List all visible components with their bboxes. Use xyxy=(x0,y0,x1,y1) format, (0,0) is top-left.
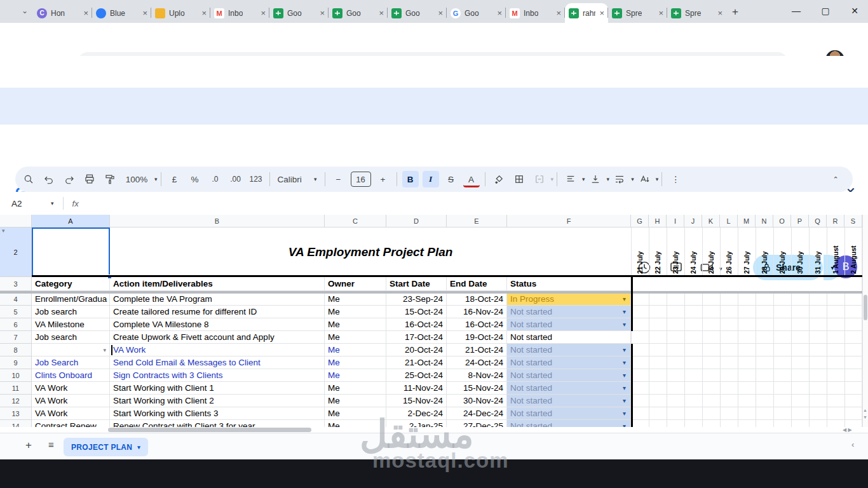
column-header-I[interactable]: I xyxy=(667,215,684,227)
column-header-R[interactable]: R xyxy=(827,215,844,227)
cell-end-date[interactable]: 8-Nov-24 xyxy=(447,369,507,382)
cell-end-date[interactable]: 18-Oct-24 xyxy=(447,293,507,306)
horizontal-scrollbar-thumb[interactable] xyxy=(108,428,311,432)
column-header-J[interactable]: J xyxy=(684,215,702,227)
text-wrap-caret-icon[interactable]: ▾ xyxy=(631,176,634,182)
zoom-select[interactable]: 100% xyxy=(122,171,151,187)
cell-category[interactable]: VA Milestone xyxy=(32,318,110,331)
zoom-caret-icon[interactable]: ▾ xyxy=(154,176,158,182)
status-dropdown-icon[interactable]: ▾ xyxy=(623,308,626,315)
window-minimize-button[interactable]: — xyxy=(782,0,811,22)
selected-cell-a2[interactable] xyxy=(32,227,110,277)
cell-status[interactable]: Not started▾ xyxy=(507,306,631,318)
column-header-N[interactable]: N xyxy=(756,215,773,227)
cell-action[interactable]: VA Work xyxy=(110,344,325,356)
cell-status[interactable]: Not started▾ xyxy=(507,395,631,407)
cell-start-date[interactable]: 20-Oct-24 xyxy=(386,344,447,356)
cell-start-date[interactable]: 15-Oct-24 xyxy=(386,306,447,318)
status-dropdown-icon[interactable]: ▾ xyxy=(623,397,626,404)
vertical-align-icon[interactable] xyxy=(587,171,604,187)
cell-category[interactable]: ▾ xyxy=(32,344,110,356)
collapse-toolbar-icon[interactable]: ⌃ xyxy=(827,171,844,187)
browser-tab[interactable]: Spre× xyxy=(667,3,726,23)
column-header-S[interactable]: S xyxy=(844,215,862,227)
cell-start-date[interactable]: 17-Oct-24 xyxy=(386,331,447,344)
column-header-D[interactable]: D xyxy=(386,215,447,227)
cell-category[interactable]: Job search xyxy=(32,306,110,318)
cell-status[interactable]: Not started▾ xyxy=(507,407,631,420)
tab-close-icon[interactable]: × xyxy=(379,8,384,18)
horizontal-align-icon[interactable] xyxy=(562,171,579,187)
tab-close-icon[interactable]: × xyxy=(497,8,502,18)
redo-icon[interactable] xyxy=(61,171,78,187)
row-header-3[interactable]: 3 xyxy=(0,277,32,291)
number-format-button[interactable]: 123 xyxy=(248,171,264,187)
cell-owner[interactable]: Me xyxy=(325,395,386,407)
cell-owner[interactable]: Me xyxy=(325,382,386,395)
cell-status[interactable]: Not started xyxy=(507,331,631,344)
row-header-9[interactable]: 9 xyxy=(0,356,32,369)
cell-category[interactable]: Job search xyxy=(32,331,110,344)
font-select[interactable]: Calibri▾ xyxy=(275,171,320,187)
status-dropdown-icon[interactable]: ▾ xyxy=(623,410,626,417)
cell-action[interactable]: Complete VA Milestone 8 xyxy=(110,318,325,331)
status-dropdown-icon[interactable]: ▾ xyxy=(623,359,626,366)
browser-tab[interactable]: CHon× xyxy=(33,3,92,23)
name-box[interactable]: A2 xyxy=(11,199,51,208)
tab-close-icon[interactable]: × xyxy=(142,8,147,18)
cell-owner[interactable]: Me xyxy=(325,407,386,420)
increase-font-size-button[interactable]: + xyxy=(375,171,391,187)
cell-action[interactable]: Complete the VA Program xyxy=(110,293,325,306)
cell-end-date[interactable]: 16-Oct-24 xyxy=(447,318,507,331)
tab-close-icon[interactable]: × xyxy=(320,8,325,18)
cell-category[interactable]: Clints Onboard xyxy=(32,369,110,382)
more-toolbar-icon[interactable]: ⋮ xyxy=(667,171,684,187)
all-sheets-icon[interactable]: ≡ xyxy=(48,439,54,450)
print-icon[interactable] xyxy=(81,171,98,187)
column-header-L[interactable]: L xyxy=(720,215,738,227)
cell-owner[interactable]: Me xyxy=(325,344,386,356)
column-header-M[interactable]: M xyxy=(738,215,756,227)
horizontal-align-caret-icon[interactable]: ▾ xyxy=(582,176,585,182)
tab-close-icon[interactable]: × xyxy=(261,8,266,18)
cell-end-date[interactable]: 24-Dec-24 xyxy=(447,407,507,420)
cell-end-date[interactable]: 19-Oct-24 xyxy=(447,331,507,344)
paint-format-icon[interactable] xyxy=(102,171,118,187)
cell-start-date[interactable]: 11-Nov-24 xyxy=(386,382,447,395)
column-header-G[interactable]: G xyxy=(631,215,649,227)
cell-owner[interactable]: Me xyxy=(325,293,386,306)
frozen-row-divider[interactable] xyxy=(0,291,862,294)
sheet-tab-project-plan[interactable]: PROJECT PLAN ▾ xyxy=(64,438,148,456)
select-all-corner[interactable] xyxy=(0,215,32,227)
cell-owner[interactable]: Me xyxy=(325,331,386,344)
column-header-C[interactable]: C xyxy=(325,215,386,227)
tab-close-icon[interactable]: × xyxy=(599,8,604,18)
fill-color-icon[interactable] xyxy=(491,171,507,187)
cell-start-date[interactable]: 23-Sep-24 xyxy=(386,293,447,306)
cell-owner[interactable]: Me xyxy=(325,369,386,382)
decrease-decimals-button[interactable]: .0 xyxy=(207,171,224,187)
cell-action[interactable]: Create tailored resume for different ID xyxy=(110,306,325,318)
cell-action[interactable]: Start Working with Client 2 xyxy=(110,395,325,407)
row-header-8[interactable]: 8 xyxy=(0,344,32,356)
cell-category[interactable]: VA Work xyxy=(32,395,110,407)
browser-tab[interactable]: rahm× xyxy=(565,3,608,23)
column-header-A[interactable]: A xyxy=(32,215,110,227)
tab-close-icon[interactable]: × xyxy=(556,8,561,18)
cell-start-date[interactable]: 25-Oct-24 xyxy=(386,369,447,382)
cell-owner[interactable]: Me xyxy=(325,356,386,369)
text-rotation-caret-icon[interactable]: ▾ xyxy=(656,176,659,182)
browser-tab[interactable]: MInbo× xyxy=(506,3,565,23)
cell-owner[interactable]: Me xyxy=(325,306,386,318)
browser-tab[interactable]: Goo× xyxy=(329,3,388,23)
status-dropdown-icon[interactable]: ▾ xyxy=(623,372,626,379)
tab-close-icon[interactable]: × xyxy=(83,8,88,18)
new-tab-button[interactable]: + xyxy=(732,6,738,18)
sheetbar-scroll-left-icon[interactable]: ‹ xyxy=(851,440,854,449)
name-box-caret-icon[interactable]: ▾ xyxy=(51,200,54,207)
cell-start-date[interactable]: 16-Oct-24 xyxy=(386,318,447,331)
row-header-5[interactable]: 5 xyxy=(0,306,32,318)
cell-end-date[interactable]: 24-Oct-24 xyxy=(447,356,507,369)
status-dropdown-icon[interactable]: ▾ xyxy=(623,295,626,302)
cell-action[interactable]: Start Working with Clients 3 xyxy=(110,407,325,420)
